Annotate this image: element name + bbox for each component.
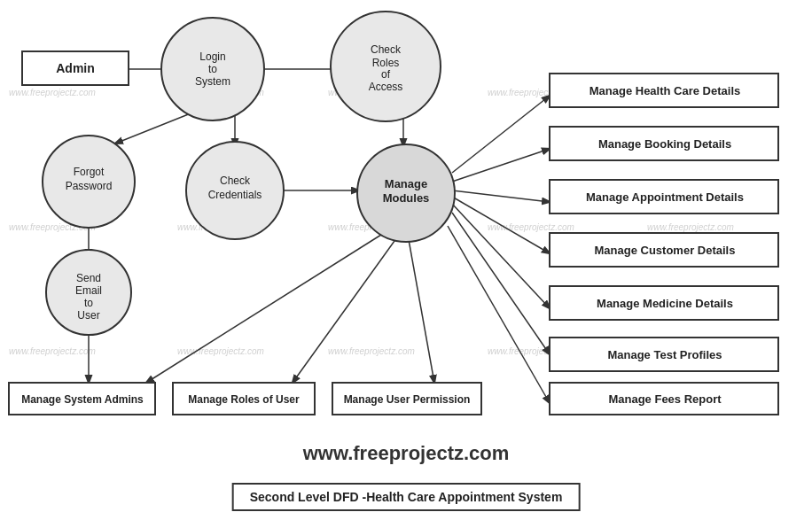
arrow-manage-appointment [452,190,550,202]
admin-label: Admin [56,61,95,75]
sendemail-label-1: Send [76,272,101,284]
watermark-11: www.freeprojectz.com [9,346,96,356]
arrow-manage-healthcare [452,96,550,173]
watermark-10: www.freeprojectz.com [647,222,734,232]
arrow-manage-fees [448,226,550,403]
userperm-label: Manage User Permission [344,393,471,406]
booking-label: Manage Booking Details [598,137,731,151]
sysadmins-label: Manage System Admins [21,393,144,406]
appointment-label: Manage Appointment Details [586,190,744,204]
healthcare-label: Manage Health Care Details [589,84,741,97]
checkroles-label-2: Roles [372,57,400,69]
diagram-title: Second Level DFD -Health Care Appointmen… [232,483,581,511]
testprofiles-label: Manage Test Profiles [607,348,722,361]
diagram-container: www.freeprojectz.com www.freeprojectz.co… [0,0,812,520]
checkcreds-label-2: Credentials [208,189,262,201]
login-label-3: System [195,75,230,88]
checkcreds-label-1: Check [220,175,251,187]
sendemail-label-4: User [77,309,99,322]
arrow-manage-testprofiles [452,213,550,354]
arrow-manage-userperm [408,235,434,383]
customer-label: Manage Customer Details [595,244,736,257]
checkroles-label-1: Check [371,43,402,56]
arrow-manage-medicine [452,204,550,308]
watermark-13: www.freeprojectz.com [328,346,415,356]
checkroles-label-3: of [381,68,391,81]
medicine-label: Manage Medicine Details [597,297,733,310]
managemodules-label-2: Modules [383,191,430,205]
fees-label: Manage Fees Report [608,392,722,406]
sendemail-label-3: to [84,297,93,309]
arrow-manage-booking [452,149,550,182]
login-label-2: to [208,63,217,75]
roles-label: Manage Roles of User [188,393,300,406]
forgotpwd-label-2: Password [66,180,113,192]
forgotpwd-label-1: Forgot [74,166,105,178]
sendemail-label-2: Email [75,284,102,297]
checkroles-label-4: Access [369,81,403,93]
watermark-1: www.freeprojectz.com [9,88,96,97]
managemodules-label-1: Manage [385,177,427,190]
website-label: www.freeprojectz.com [303,442,510,465]
watermark-9: www.freeprojectz.com [488,222,574,232]
login-label-1: Login [199,50,225,63]
